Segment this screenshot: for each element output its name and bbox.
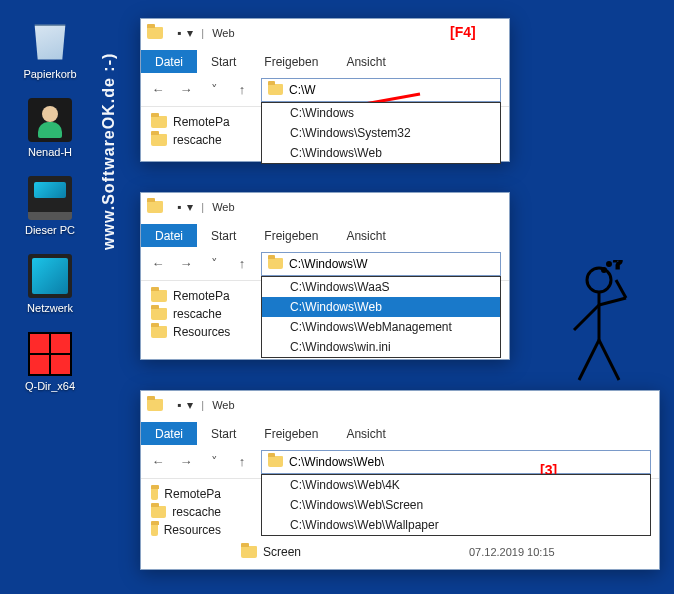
file-date: 07.12.2019 10:15	[469, 546, 555, 558]
nav-toolbar: ← → ˅ ↑ C:\W C:\Windows C:\Windows\Syste…	[141, 73, 509, 107]
forward-button[interactable]: →	[177, 81, 195, 99]
tab-ansicht[interactable]: Ansicht	[332, 224, 399, 247]
tab-freigeben[interactable]: Freigeben	[250, 50, 332, 73]
icon-label: Netzwerk	[10, 302, 90, 314]
suggestion-row[interactable]: C:\Windows\Web\Wallpaper	[262, 515, 650, 535]
file-row[interactable]: rescache	[151, 503, 221, 521]
tab-start[interactable]: Start	[197, 50, 250, 73]
file-row[interactable]: rescache	[151, 305, 230, 323]
qdir-icon	[28, 332, 72, 376]
up-button[interactable]: ↑	[233, 81, 251, 99]
quick-access-icon[interactable]: ▪	[177, 26, 181, 40]
file-row[interactable]: RemotePa	[151, 287, 230, 305]
desktop-icons: Papierkorb Nenad-H Dieser PC Netzwerk Q-…	[10, 20, 100, 410]
icon-label: Papierkorb	[10, 68, 90, 80]
suggestion-row[interactable]: C:\Windows\Web	[262, 143, 500, 163]
folder-icon	[147, 27, 163, 39]
file-row[interactable]: Resources	[151, 521, 221, 539]
up-button[interactable]: ↑	[233, 453, 251, 471]
folder-icon	[151, 134, 167, 146]
address-bar[interactable]: C:\W	[261, 78, 501, 102]
suggestion-row[interactable]: C:\Windows\System32	[262, 123, 500, 143]
quick-access-icon[interactable]: ▾	[187, 200, 193, 214]
address-bar[interactable]: C:\Windows\Web\	[261, 450, 651, 474]
history-dropdown-icon[interactable]: ˅	[205, 453, 223, 471]
desktop-icon-qdir[interactable]: Q-Dir_x64	[10, 332, 90, 392]
desktop-icon-this-pc[interactable]: Dieser PC	[10, 176, 90, 236]
tab-datei[interactable]: Datei	[141, 50, 197, 73]
explorer-window-3: ▪ ▾ | Web Datei Start Freigeben Ansicht …	[140, 390, 660, 570]
nav-toolbar: ← → ˅ ↑ C:\Windows\W C:\Windows\WaaS C:\…	[141, 247, 509, 281]
desktop-icon-network[interactable]: Netzwerk	[10, 254, 90, 314]
quick-access-icon[interactable]: ▾	[187, 398, 193, 412]
icon-label: Q-Dir_x64	[10, 380, 90, 392]
file-row[interactable]: Resources	[151, 323, 230, 341]
address-bar-wrapper: C:\Windows\Web\ C:\Windows\Web\4K C:\Win…	[261, 450, 651, 474]
annotation-f4: [F4]	[450, 24, 476, 40]
autocomplete-dropdown: C:\Windows\Web\4K C:\Windows\Web\Screen …	[261, 474, 651, 536]
tab-start[interactable]: Start	[197, 422, 250, 445]
folder-icon	[268, 84, 283, 95]
tab-datei[interactable]: Datei	[141, 224, 197, 247]
file-row[interactable]: rescache	[151, 131, 230, 149]
svg-point-10	[608, 263, 611, 266]
svg-line-7	[579, 340, 599, 380]
tab-freigeben[interactable]: Freigeben	[250, 422, 332, 445]
ribbon-tabs: Datei Start Freigeben Ansicht	[141, 221, 509, 247]
suggestion-row-selected[interactable]: C:\Windows\Web	[262, 297, 500, 317]
suggestion-row[interactable]: C:\Windows\WebManagement	[262, 317, 500, 337]
ribbon-tabs: Datei Start Freigeben Ansicht	[141, 419, 659, 445]
desktop-icon-user[interactable]: Nenad-H	[10, 98, 90, 158]
file-row[interactable]: RemotePa	[151, 113, 230, 131]
svg-point-11	[603, 269, 606, 272]
file-row[interactable]: Screen 07.12.2019 10:15	[241, 543, 555, 561]
quick-access-icon[interactable]: ▪	[177, 398, 181, 412]
tab-datei[interactable]: Datei	[141, 422, 197, 445]
up-button[interactable]: ↑	[233, 255, 251, 273]
suggestion-row[interactable]: C:\Windows\Web\Screen	[262, 495, 650, 515]
desktop-icon-papierkorb[interactable]: Papierkorb	[10, 20, 90, 80]
back-button[interactable]: ←	[149, 81, 167, 99]
folder-icon	[151, 488, 158, 500]
suggestion-row[interactable]: C:\Windows\WaaS	[262, 277, 500, 297]
recycle-bin-icon	[28, 20, 72, 64]
suggestion-row[interactable]: C:\Windows	[262, 103, 500, 123]
folder-icon	[151, 290, 167, 302]
watermark-text: www.SoftwareOK.de :-)	[100, 53, 118, 250]
icon-label: Dieser PC	[10, 224, 90, 236]
tab-ansicht[interactable]: Ansicht	[332, 422, 399, 445]
folder-icon	[151, 506, 166, 518]
folder-icon	[268, 258, 283, 269]
suggestion-row[interactable]: C:\Windows\win.ini	[262, 337, 500, 357]
ribbon-tabs: Datei Start Freigeben Ansicht	[141, 47, 509, 73]
folder-icon	[147, 201, 163, 213]
address-bar[interactable]: C:\Windows\W	[261, 252, 501, 276]
address-bar-wrapper: C:\W C:\Windows C:\Windows\System32 C:\W…	[261, 78, 501, 102]
back-button[interactable]: ←	[149, 255, 167, 273]
back-button[interactable]: ←	[149, 453, 167, 471]
window-title: Web	[212, 27, 234, 39]
forward-button[interactable]: →	[177, 453, 195, 471]
suggestion-row[interactable]: C:\Windows\Web\4K	[262, 475, 650, 495]
tab-start[interactable]: Start	[197, 224, 250, 247]
svg-line-6	[616, 280, 626, 298]
titlebar[interactable]: ▪ ▾ | Web	[141, 193, 509, 221]
address-text: C:\Windows\W	[289, 257, 368, 271]
svg-point-2	[587, 268, 611, 292]
folder-icon	[151, 308, 167, 320]
quick-access-icon[interactable]: ▪	[177, 200, 181, 214]
forward-button[interactable]: →	[177, 255, 195, 273]
autocomplete-dropdown: C:\Windows C:\Windows\System32 C:\Window…	[261, 102, 501, 164]
network-icon	[28, 254, 72, 298]
file-row[interactable]: RemotePa	[151, 485, 221, 503]
thinking-stick-figure-icon: ?	[554, 260, 644, 404]
svg-line-8	[599, 340, 619, 380]
tab-ansicht[interactable]: Ansicht	[332, 50, 399, 73]
history-dropdown-icon[interactable]: ˅	[205, 81, 223, 99]
folder-icon	[268, 456, 283, 467]
history-dropdown-icon[interactable]: ˅	[205, 255, 223, 273]
svg-line-4	[574, 305, 599, 330]
folder-icon	[151, 524, 158, 536]
tab-freigeben[interactable]: Freigeben	[250, 224, 332, 247]
quick-access-icon[interactable]: ▾	[187, 26, 193, 40]
